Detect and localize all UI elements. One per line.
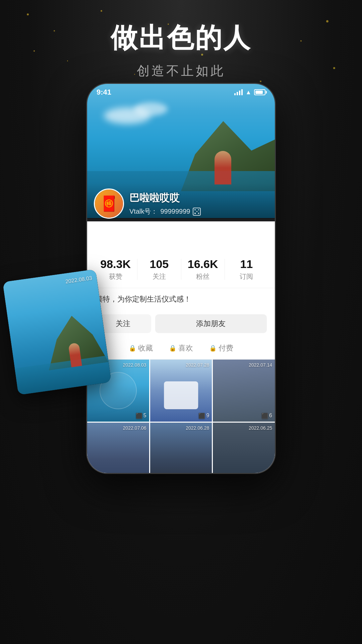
tab-collect[interactable]: 🔒 收藏 <box>129 343 153 356</box>
action-buttons: 关注 添加朋友 <box>87 310 275 338</box>
stat-followers-value: 16.6K <box>181 258 225 271</box>
profile-overlay: 🧧 巴啦啦哎哎 Vtalk号： 99999999 <box>87 183 275 219</box>
person-silhouette <box>215 151 231 184</box>
floating-card-date: 2022.08.03 <box>65 275 93 285</box>
photo-date-5: 2022.06.28 <box>186 425 209 431</box>
profile-id: Vtalk号： 99999999 <box>129 207 201 216</box>
photo-date-4: 2022.07.06 <box>123 425 146 431</box>
avatar: 🧧 <box>94 189 124 219</box>
stat-followers-label: 粉丝 <box>181 272 225 281</box>
floating-card: 2022.08.03 <box>3 269 112 395</box>
status-time: 9:41 <box>97 88 111 97</box>
tab-collect-label: 收藏 <box>138 343 153 353</box>
photo-count-3: ⬛ 6 <box>261 413 272 419</box>
stat-subscribe-value: 11 <box>225 258 268 271</box>
stats-bar: 98.3K 获赞 105 关注 16.6K 粉丝 11 订阅 <box>87 248 275 288</box>
tab-like[interactable]: 🔒 喜欢 <box>169 343 193 356</box>
avatar-image: 🧧 <box>95 190 123 218</box>
photo-date-1: 2022.08.03 <box>123 362 146 368</box>
profile-name: 巴啦啦哎哎 <box>129 191 201 205</box>
status-icons: ▲ <box>234 89 265 96</box>
photo-date-3: 2022.07.14 <box>249 362 272 368</box>
photo-cell-2[interactable]: 2022.07.28 ⬛ 9 <box>150 360 212 422</box>
add-friend-button[interactable]: 添加朋友 <box>155 314 267 333</box>
phone-mockup: 9:41 ▲ 🧧 <box>87 84 275 486</box>
content-area: 98.3K 获赞 105 关注 16.6K 粉丝 11 订阅 <box>87 221 275 473</box>
sparkle-3 <box>101 10 102 12</box>
sparkle-1 <box>27 13 29 15</box>
photo-count-2: ⬛ 9 <box>198 413 209 419</box>
photo-cell-3[interactable]: 2022.07.14 ⬛ 6 <box>213 360 275 422</box>
photo-date-6: 2022.06.25 <box>249 425 272 431</box>
stat-likes: 98.3K 获赞 <box>94 258 137 281</box>
tab-like-lock: 🔒 <box>169 344 176 352</box>
stat-subscribe-label: 订阅 <box>225 272 268 281</box>
tab-paid[interactable]: 🔒 付费 <box>209 343 233 356</box>
stat-likes-label: 获赞 <box>94 272 137 281</box>
header: 做出色的人 创造不止如此 <box>0 20 362 79</box>
photo-cell-6[interactable]: 2022.06.25 <box>213 423 275 473</box>
photo-cell-5[interactable]: 2022.06.28 ⬛ 7 <box>150 423 212 473</box>
stat-likes-value: 98.3K <box>94 258 137 271</box>
stat-following-label: 关注 <box>137 272 181 281</box>
phone-screen: 9:41 ▲ 🧧 <box>87 84 275 473</box>
vtalk-label: Vtalk号： <box>129 207 158 216</box>
tab-paid-lock: 🔒 <box>209 344 217 352</box>
wifi-icon: ▲ <box>245 89 251 96</box>
photo-count-1: ⬛ 5 <box>136 413 146 419</box>
stat-following-value: 105 <box>137 258 181 271</box>
tab-like-label: 喜欢 <box>178 343 193 353</box>
cloud-2 <box>134 102 168 116</box>
stat-subscribe: 11 订阅 <box>225 258 268 281</box>
signal-icon <box>234 89 243 95</box>
page-subtitle: 创造不止如此 <box>0 62 362 79</box>
photo-date-2: 2022.07.28 <box>186 362 209 368</box>
tab-paid-label: 付费 <box>219 343 233 353</box>
tab-bar: 🔒 收藏 🔒 喜欢 🔒 付费 <box>87 338 275 360</box>
page-title: 做出色的人 <box>0 20 362 56</box>
vtalk-id: 99999999 <box>160 208 190 215</box>
stat-followers: 16.6K 粉丝 <box>181 258 225 281</box>
profile-info: 🧧 巴啦啦哎哎 Vtalk号： 99999999 <box>94 189 268 219</box>
sparkle-9 <box>260 80 261 82</box>
bio-section: 模特，为你定制生活仪式感！ <box>87 288 275 310</box>
floating-card-bg: 2022.08.03 <box>3 269 112 395</box>
status-bar: 9:41 ▲ <box>87 84 275 101</box>
battery-icon <box>254 89 265 95</box>
profile-text: 巴啦啦哎哎 Vtalk号： 99999999 <box>129 191 201 216</box>
photo-cell-4[interactable]: 2022.07.06 ⬛ 9 <box>87 423 149 473</box>
stat-following: 105 关注 <box>137 258 181 281</box>
qr-icon <box>193 208 201 216</box>
photo-grid: 2022.08.03 ⬛ 5 2022.07.28 ⬛ 9 <box>87 360 275 473</box>
bio-text: 模特，为你定制生活仪式感！ <box>95 295 191 303</box>
tab-collect-lock: 🔒 <box>129 344 136 352</box>
